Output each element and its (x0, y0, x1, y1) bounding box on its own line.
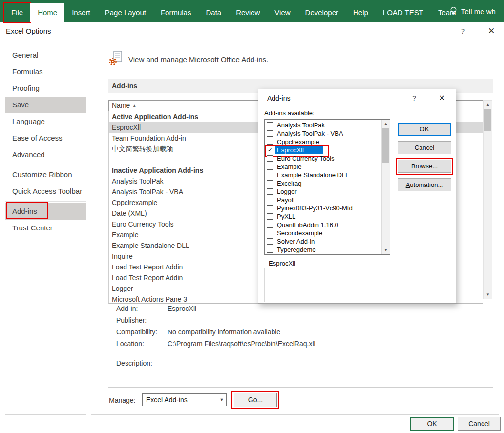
automation-button-label: Automation... (406, 181, 443, 188)
sidebar-item[interactable]: Customize Ribbon (5, 166, 86, 183)
detail-value: C:\Program Files\raqsoft\esProc\bin\Exce… (168, 338, 315, 350)
ribbon-tab[interactable]: Formulas (153, 3, 199, 22)
automation-button[interactable]: Automation... (398, 178, 451, 191)
addin-list-item[interactable]: Logger (265, 187, 381, 196)
scroll-down-icon[interactable]: ▼ (382, 246, 390, 254)
checkbox[interactable] (267, 155, 273, 162)
options-close-icon[interactable]: ✕ (486, 26, 497, 36)
ribbon-tab[interactable]: Help (346, 3, 376, 22)
tell-me-box[interactable]: Tell me wh (449, 0, 504, 22)
sidebar-divider (5, 201, 86, 202)
listbox-scrollbar[interactable]: ▲ ▼ (381, 120, 390, 254)
scroll-up-icon[interactable]: ▲ (382, 120, 390, 128)
addin-list-item[interactable]: Cppclrexample (265, 138, 381, 146)
checkbox[interactable] (267, 147, 273, 153)
manage-dropdown[interactable]: Excel Add-ins ▼ (142, 393, 227, 406)
addin-item-label: Logger (275, 188, 298, 195)
checkbox[interactable] (267, 213, 273, 220)
checkbox[interactable] (267, 130, 273, 137)
browse-button[interactable]: Browse... (398, 160, 451, 173)
table-row-label: Cppclrexample (112, 199, 157, 206)
checkbox[interactable] (267, 122, 273, 128)
ribbon-tab[interactable]: LOAD TEST (376, 3, 431, 22)
checkbox[interactable] (267, 188, 273, 195)
addin-list-item[interactable]: Solver Add-in (265, 237, 381, 246)
addin-list-item[interactable]: Analysis ToolPak - VBA (265, 129, 381, 138)
checkbox[interactable] (267, 238, 273, 245)
detail-label: Publisher: (116, 314, 168, 326)
checkbox[interactable] (267, 180, 273, 186)
ribbon-tab-label: View (274, 8, 290, 17)
addin-list-item[interactable]: Payoff (265, 196, 381, 204)
addin-list-item[interactable]: Example (265, 163, 381, 171)
ribbon-tab[interactable]: File (4, 3, 30, 22)
addin-list-item[interactable]: Example Standalone DLL (265, 171, 381, 179)
checkbox[interactable] (267, 172, 273, 178)
addin-list-item[interactable]: Typeregdemo (265, 246, 381, 254)
addin-list-item[interactable]: PyXLL (265, 212, 381, 221)
ribbon-tab[interactable]: Home (30, 3, 64, 22)
options-ok-button[interactable]: OK (410, 417, 454, 431)
chevron-down-icon[interactable]: ▼ (217, 394, 226, 406)
addins-popup-dialog: Add-ins ? ✕ Add-ins available: Analysis … (258, 89, 456, 304)
ribbon-tab-label: Formulas (161, 8, 191, 17)
page-title: View and manage Microsoft Office Add-ins… (128, 55, 268, 63)
scrollbar-thumb[interactable] (382, 128, 389, 163)
tell-me-label: Tell me wh (461, 7, 496, 16)
sidebar-item[interactable]: Advanced (5, 146, 86, 163)
popup-cancel-label: Cancel (415, 144, 434, 151)
sidebar-item[interactable]: Add-ins (5, 203, 86, 220)
ribbon-tab[interactable]: Insert (64, 3, 98, 22)
sidebar-item-label: Add-ins (12, 207, 37, 215)
ribbon-tab[interactable]: Page Layout (98, 3, 153, 22)
addin-list-item[interactable]: Analysis ToolPak (265, 121, 381, 129)
popup-help-icon[interactable]: ? (409, 94, 420, 102)
popup-cancel-button[interactable]: Cancel (398, 141, 451, 154)
addin-list-item[interactable]: QuantLibAddin 1.16.0 (265, 221, 381, 229)
scroll-down-icon[interactable]: ▼ (484, 290, 492, 299)
scrollbar-thumb[interactable] (484, 109, 491, 131)
horizontal-divider (108, 387, 493, 388)
addin-item-label: Analysis ToolPak (275, 122, 326, 129)
addin-list-item[interactable]: Secondexample (265, 229, 381, 237)
ribbon-tab[interactable]: Data (198, 3, 229, 22)
ribbon-tab[interactable]: View (267, 3, 297, 22)
sidebar-item[interactable]: Trust Center (5, 220, 86, 236)
checkbox[interactable] (267, 197, 273, 203)
ribbon-tab[interactable]: Developer (298, 3, 346, 22)
sidebar-item[interactable]: Formulas (5, 63, 86, 80)
go-button[interactable]: Go... (234, 393, 277, 407)
addin-list-item[interactable]: EsprocXll (265, 146, 381, 154)
ok-button-label: OK (427, 420, 437, 428)
checkbox[interactable] (267, 205, 273, 211)
sidebar-item[interactable]: Ease of Access (5, 130, 86, 146)
ribbon-tab[interactable]: Review (229, 3, 267, 22)
detail-row: Location: C:\Program Files\raqsoft\esPro… (116, 338, 315, 350)
options-help-icon[interactable]: ? (458, 27, 468, 35)
addin-list-item[interactable]: Excelraq (265, 179, 381, 187)
sidebar-group-3: Add-ins Trust Center (5, 203, 86, 236)
table-scrollbar[interactable]: ▲ ▼ (483, 100, 492, 299)
sidebar-item[interactable]: Language (5, 113, 86, 130)
checkbox[interactable] (267, 139, 273, 145)
selected-addin-name: EsprocXll (269, 260, 295, 267)
options-cancel-button[interactable]: Cancel (458, 417, 501, 431)
popup-close-icon[interactable]: ✕ (436, 93, 448, 103)
sidebar-item[interactable]: Proofing (5, 80, 86, 97)
addin-list-item[interactable]: Pyinex083-Py31-Vc90-Mtd (265, 204, 381, 212)
sidebar-item[interactable]: Save (5, 97, 86, 113)
detail-row: Compatibility: No compatibility informat… (116, 326, 315, 338)
sidebar-item[interactable]: Quick Access Toolbar (5, 183, 86, 200)
checkbox[interactable] (267, 222, 273, 228)
addins-listbox: Analysis ToolPak Analysis ToolPak - VBA … (264, 119, 390, 255)
table-row-label: Logger (112, 285, 133, 292)
sidebar-item[interactable]: General (5, 47, 86, 63)
checkbox[interactable] (267, 247, 273, 253)
checkbox[interactable] (267, 230, 273, 236)
scroll-up-icon[interactable]: ▲ (484, 101, 492, 109)
section-header-label: Add-ins (112, 82, 137, 90)
addin-item-label: Secondexample (275, 229, 324, 237)
addin-list-item[interactable]: Euro Currency Tools (265, 154, 381, 163)
popup-ok-button[interactable]: OK (398, 123, 451, 136)
checkbox[interactable] (267, 164, 273, 170)
